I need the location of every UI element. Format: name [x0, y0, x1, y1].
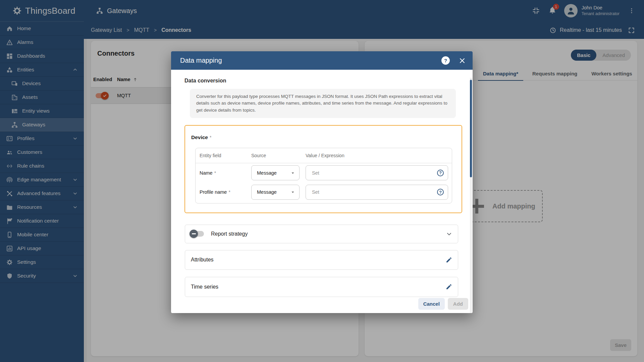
- field-help-icon[interactable]: ?: [437, 170, 444, 176]
- field-label: Profile name*: [200, 189, 251, 195]
- dialog-title: Data mapping: [180, 57, 222, 64]
- dialog-scrollbar-thumb[interactable]: [470, 80, 472, 177]
- field-help-icon[interactable]: ?: [437, 189, 444, 195]
- app-root: ThingsBoard Gateways 1 John Doe Tenant a…: [0, 0, 644, 362]
- caret-down-icon: [290, 170, 296, 176]
- data-mapping-dialog: Data mapping ? Data conversion Converter…: [171, 51, 473, 313]
- report-strategy-card: Report strategy: [185, 225, 458, 243]
- device-row-name: Name* Message ?: [196, 163, 452, 183]
- value-input-name[interactable]: [307, 170, 437, 176]
- value-field-profile: ?: [306, 185, 448, 200]
- chevron-down-icon[interactable]: [446, 231, 452, 237]
- device-row-profile-name: Profile name* Message ?: [196, 183, 452, 202]
- required-marker: *: [214, 170, 216, 176]
- source-select-name[interactable]: Message: [251, 165, 300, 180]
- dialog-footer: Cancel Add: [418, 298, 468, 310]
- device-table: Entity field Source Value / Expression N…: [195, 148, 452, 203]
- attributes-label: Attributes: [191, 257, 214, 263]
- device-section: Device* Entity field Source Value / Expr…: [184, 125, 462, 213]
- source-select-profile[interactable]: Message: [251, 185, 300, 200]
- column-entity-field: Entity field: [200, 153, 251, 158]
- time-series-card: Time series: [185, 277, 458, 297]
- column-value-expression: Value / Expression: [306, 153, 344, 158]
- required-marker: *: [228, 189, 230, 195]
- report-strategy-label: Report strategy: [211, 231, 248, 237]
- column-source: Source: [251, 153, 306, 158]
- time-series-label: Time series: [191, 284, 218, 290]
- value-input-profile[interactable]: [307, 189, 437, 195]
- attributes-card: Attributes: [185, 250, 458, 270]
- caret-down-icon: [290, 189, 296, 195]
- field-label: Name*: [200, 170, 251, 176]
- report-strategy-toggle[interactable]: [191, 231, 204, 237]
- edit-attributes-icon[interactable]: [445, 256, 452, 263]
- add-button[interactable]: Add: [448, 298, 468, 310]
- required-marker: *: [210, 135, 211, 140]
- close-icon[interactable]: [459, 57, 466, 64]
- cancel-button[interactable]: Cancel: [418, 298, 445, 310]
- dialog-body: Data conversion Converter for this paylo…: [171, 78, 473, 313]
- converter-info-text: Converter for this payload type processe…: [190, 89, 456, 118]
- help-button[interactable]: ?: [441, 56, 450, 65]
- value-field-name: ?: [306, 165, 448, 180]
- data-conversion-title: Data conversion: [184, 78, 473, 84]
- dialog-header: Data mapping ?: [171, 51, 473, 70]
- device-table-header: Entity field Source Value / Expression: [196, 148, 452, 163]
- device-section-title: Device*: [191, 134, 462, 140]
- edit-time-series-icon[interactable]: [445, 283, 452, 290]
